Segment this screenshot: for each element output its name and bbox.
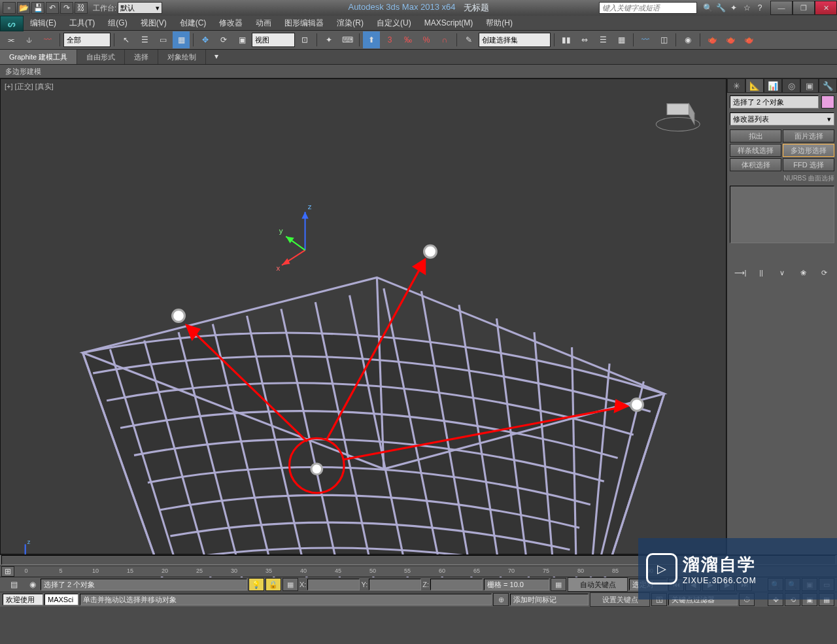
ribbon-minimize-icon[interactable]: ▾ <box>210 50 223 63</box>
scale-icon[interactable]: ▣ <box>233 31 250 48</box>
autokey-button[interactable]: 自动关键点 <box>568 577 628 592</box>
config-sets-icon[interactable]: ⟳ <box>817 267 831 279</box>
btn-splinesel[interactable]: 样条线选择 <box>730 144 781 157</box>
viewport[interactable]: [+] [正交] [真实] z y x <box>0 78 726 554</box>
maximize-button[interactable]: ❐ <box>793 1 815 15</box>
app-menu-button[interactable]: ᔕ <box>0 16 24 31</box>
comm-center-icon[interactable]: ⊕ <box>493 593 509 606</box>
menu-views[interactable]: 视图(V) <box>134 16 173 30</box>
undo-icon[interactable]: ↶ <box>46 2 59 14</box>
menu-modifiers[interactable]: 修改器 <box>213 16 249 30</box>
spinner-snap-icon[interactable]: % <box>418 31 435 48</box>
abs-rel-icon[interactable]: ▦ <box>282 578 298 591</box>
rect-select-icon[interactable]: ▭ <box>154 31 171 48</box>
maxscript-toggle-icon[interactable]: ▤ <box>3 578 25 591</box>
use-center-icon[interactable]: ⊡ <box>296 31 313 48</box>
btn-patchsel[interactable]: 面片选择 <box>783 129 834 143</box>
ribbon-tab-selection[interactable]: 选择 <box>125 50 158 64</box>
selection-filter-dropdown[interactable]: 全部 <box>63 33 111 47</box>
select-by-name-icon[interactable]: ☰ <box>136 31 153 48</box>
snap-icon[interactable]: ∩ <box>436 31 453 48</box>
named-selection-dropdown[interactable]: 创建选择集 <box>479 33 551 47</box>
modifier-list-dropdown[interactable]: 修改器列表▾ <box>730 112 834 126</box>
new-icon[interactable]: ▫ <box>3 2 16 14</box>
keyboard-shortcut-icon[interactable]: ⌨ <box>339 31 356 48</box>
isolate-icon[interactable]: ◉ <box>26 578 39 591</box>
remove-mod-icon[interactable]: ❀ <box>796 267 810 279</box>
open-icon[interactable]: 📂 <box>17 2 30 14</box>
pin-stack-icon[interactable]: ⟶| <box>733 267 747 279</box>
modifier-stack[interactable] <box>730 186 834 243</box>
menu-help[interactable]: 帮助(H) <box>479 16 519 30</box>
window-crossing-icon[interactable]: ▦ <box>173 31 190 48</box>
align-icon[interactable]: ⇔ <box>576 31 593 48</box>
menu-edit[interactable]: 编辑(E) <box>24 16 63 30</box>
z-coord-field[interactable] <box>430 579 483 590</box>
tab-modify[interactable]: 📐 <box>745 78 764 93</box>
render-production-icon[interactable]: 🫖 <box>740 31 757 48</box>
select-link-icon[interactable]: ⫘ <box>3 31 20 48</box>
ref-coord-dropdown[interactable]: 视图 <box>252 33 295 47</box>
snap-toggle-icon[interactable]: ⬆ <box>363 31 380 48</box>
edit-named-sel-icon[interactable]: ✎ <box>460 31 477 48</box>
array-icon[interactable]: ▦ <box>551 578 566 591</box>
render-setup-icon[interactable]: 🫖 <box>704 31 721 48</box>
menu-create[interactable]: 创建(C) <box>173 16 213 30</box>
y-coord-field[interactable] <box>369 579 421 590</box>
timeconfig-icon[interactable]: ⊞ <box>1 566 14 577</box>
ribbon-panel-label[interactable]: 多边形建模 <box>5 67 41 76</box>
object-color-swatch[interactable] <box>821 95 834 109</box>
angle-snap-icon[interactable]: 3 <box>381 31 398 48</box>
favorite-icon[interactable]: ☆ <box>742 3 752 13</box>
unique-icon[interactable]: ∨ <box>775 267 789 279</box>
schematic-view-icon[interactable]: ◫ <box>655 31 672 48</box>
menu-grapheditors[interactable]: 图形编辑器 <box>278 16 330 30</box>
tab-utilities[interactable]: 🔧 <box>819 78 837 93</box>
menu-animation[interactable]: 动画 <box>249 16 278 30</box>
workspace-switcher[interactable]: 工作台: 默认▾ <box>93 2 162 14</box>
show-end-icon[interactable]: || <box>754 267 768 279</box>
close-button[interactable]: ✕ <box>815 1 837 15</box>
add-time-tag[interactable]: 添加时间标记 <box>510 594 589 605</box>
ribbon-tab-objectpaint[interactable]: 对象绘制 <box>158 50 206 64</box>
menu-tools[interactable]: 工具(T) <box>63 16 101 30</box>
exchange-icon[interactable]: ✦ <box>728 3 739 13</box>
ribbon-tab-freeform[interactable]: 自由形式 <box>77 50 125 64</box>
btn-ffdsel[interactable]: FFD 选择 <box>783 158 834 171</box>
search-icon[interactable]: 🔍 <box>702 3 713 13</box>
btn-volsel[interactable]: 体积选择 <box>730 158 781 171</box>
curve-editor-icon[interactable]: 〰 <box>637 31 654 48</box>
lock-icon[interactable]: 🔒 <box>265 578 281 591</box>
help-icon[interactable]: ? <box>755 3 765 13</box>
rotate-icon[interactable]: ⟳ <box>215 31 232 48</box>
script-listener[interactable]: MAXSci <box>44 594 78 605</box>
percent-snap-icon[interactable]: ‰ <box>400 31 417 48</box>
graphite-ribbon-icon[interactable]: ▦ <box>613 31 630 48</box>
unlink-icon[interactable]: ⫝ <box>21 31 38 48</box>
menu-rendering[interactable]: 渲染(R) <box>330 16 370 30</box>
tab-motion[interactable]: ◎ <box>782 78 800 93</box>
mirror-icon[interactable]: ▮▮ <box>558 31 575 48</box>
layer-manager-icon[interactable]: ☰ <box>594 31 611 48</box>
lock-selection-icon[interactable]: 💡 <box>248 578 264 591</box>
btn-polysel[interactable]: 多边形选择 <box>783 144 834 157</box>
ribbon-tab-graphite[interactable]: Graphite 建模工具 <box>0 50 77 64</box>
workspace-dropdown[interactable]: 默认▾ <box>118 2 162 14</box>
tab-display[interactable]: ▣ <box>800 78 819 93</box>
tab-hierarchy[interactable]: 📊 <box>764 78 782 93</box>
menu-customize[interactable]: 自定义(U) <box>370 16 418 30</box>
select-object-icon[interactable]: ↖ <box>118 31 135 48</box>
bind-spacewarp-icon[interactable]: 〰 <box>39 31 56 48</box>
move-icon[interactable]: ✥ <box>197 31 214 48</box>
tab-create[interactable]: ✳ <box>727 78 745 93</box>
minimize-button[interactable]: — <box>770 1 793 15</box>
material-editor-icon[interactable]: ◉ <box>679 31 696 48</box>
save-icon[interactable]: 💾 <box>31 2 44 14</box>
viewcube-icon[interactable] <box>656 104 700 131</box>
select-manipulate-icon[interactable]: ✦ <box>320 31 337 48</box>
search-input[interactable] <box>599 2 697 14</box>
redo-icon[interactable]: ↷ <box>60 2 73 14</box>
x-coord-field[interactable] <box>307 579 360 590</box>
rendered-frame-icon[interactable]: 🫖 <box>722 31 739 48</box>
menu-maxscript[interactable]: MAXScript(M) <box>418 16 480 30</box>
